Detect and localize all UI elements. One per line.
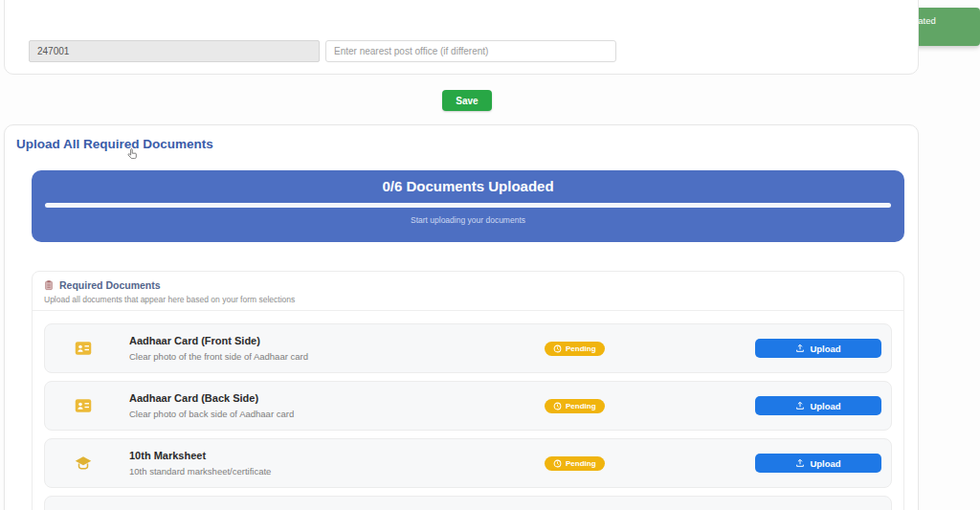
upload-documents-card: Upload All Required Documents 0/6 Docume… — [4, 124, 919, 510]
upload-icon — [795, 458, 805, 468]
pincode-input[interactable] — [29, 40, 320, 62]
document-list: Aadhaar Card (Front Side) Clear photo of… — [33, 311, 903, 510]
required-documents-subtitle: Upload all documents that appear here ba… — [44, 295, 892, 304]
upload-button[interactable]: Upload — [755, 396, 881, 415]
document-row: Aadhaar Card (Back Side) Clear photo of … — [44, 381, 892, 431]
upload-progress-banner: 0/6 Documents Uploaded Start uploading y… — [32, 170, 904, 242]
clock-icon — [553, 344, 562, 353]
upload-button-label: Upload — [810, 401, 840, 411]
document-row: 10th Marksheet 10th standard marksheet/c… — [44, 438, 892, 488]
required-documents-title: Required Documents — [59, 279, 161, 291]
upload-button[interactable]: Upload — [755, 454, 881, 473]
upload-icon — [795, 344, 805, 353]
document-row: Aadhaar Card (Front Side) Clear photo of… — [44, 323, 892, 373]
status-badge-label: Pending — [566, 402, 596, 410]
id-card-icon — [75, 398, 92, 413]
status-badge: Pending — [545, 456, 605, 471]
upload-section-title: Upload All Required Documents — [16, 137, 213, 151]
clipboard-icon — [44, 279, 54, 291]
upload-icon — [795, 401, 805, 410]
page: BFSI ✓ Candidate Profile updated success… — [0, 0, 980, 510]
hand-cursor-icon — [126, 147, 139, 161]
status-badge: Pending — [545, 399, 605, 413]
upload-button-label: Upload — [810, 458, 840, 469]
document-title: Aadhaar Card (Back Side) — [129, 392, 545, 405]
document-row-partial — [44, 496, 892, 510]
status-badge: Pending — [545, 342, 605, 356]
document-title: Aadhaar Card (Front Side) — [129, 335, 545, 347]
document-description: 10th standard marksheet/certificate — [129, 466, 545, 477]
clock-icon — [553, 402, 562, 410]
status-badge-label: Pending — [566, 344, 596, 353]
upload-button-label: Upload — [810, 344, 840, 354]
graduation-cap-icon — [75, 455, 92, 471]
save-button[interactable]: Save — [442, 90, 492, 111]
required-documents-panel: Required Documents Upload all documents … — [32, 271, 904, 510]
banner-subtitle: Start uploading your documents — [32, 215, 904, 225]
upload-button[interactable]: Upload — [755, 339, 881, 358]
clock-icon — [553, 459, 562, 468]
status-badge-label: Pending — [566, 459, 596, 468]
progress-bar — [45, 203, 891, 208]
required-documents-header: Required Documents Upload all documents … — [33, 272, 903, 310]
document-description: Clear photo of back side of Aadhaar card — [129, 409, 545, 419]
document-description: Clear photo of the front side of Aadhaar… — [129, 351, 545, 362]
post-office-input[interactable] — [325, 40, 616, 62]
document-title: 10th Marksheet — [129, 450, 545, 462]
profile-form-card — [4, 0, 919, 75]
id-card-icon — [75, 341, 92, 356]
documents-uploaded-counter: 0/6 Documents Uploaded — [32, 178, 904, 194]
